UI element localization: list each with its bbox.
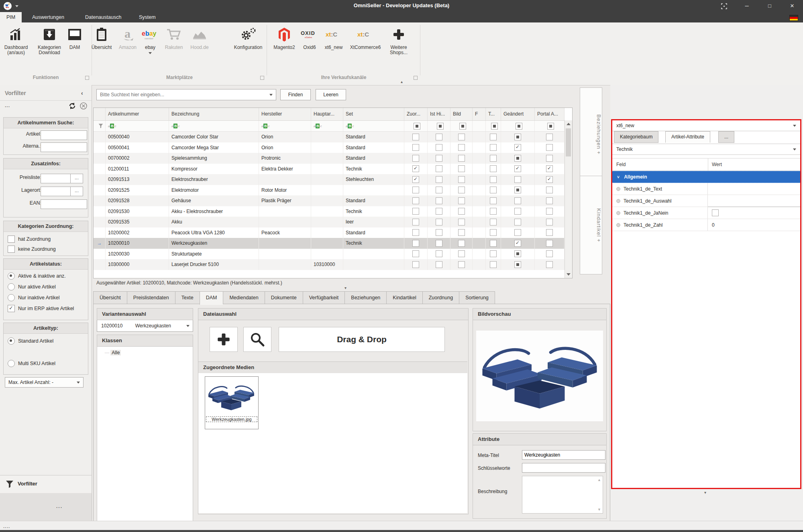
dialog-launcher-icon[interactable] [260, 76, 264, 80]
checkbox[interactable] [458, 240, 465, 247]
tab-pim[interactable]: PIM [0, 12, 22, 22]
bool-filter-checkbox[interactable] [437, 123, 444, 130]
checkbox[interactable] [458, 229, 465, 236]
col-geaendert[interactable]: Geändert [501, 108, 535, 120]
checkbox[interactable] [412, 250, 419, 257]
checkbox[interactable] [436, 208, 442, 215]
checkbox[interactable] [514, 240, 521, 247]
col-t[interactable]: T... [486, 108, 501, 120]
tab-zuordnung[interactable]: Zuordnung [422, 291, 459, 305]
refresh-icon[interactable] [68, 102, 76, 110]
maximize-button[interactable]: □ [763, 2, 777, 10]
table-scrollbar[interactable] [565, 120, 572, 278]
table-row[interactable]: 02091525ElektromotorRotor Motor [94, 185, 565, 196]
tab-verf-gbarkeit[interactable]: Verfügbarkeit [303, 291, 345, 305]
scroll-thumb[interactable] [566, 128, 571, 156]
beschreibung-textarea[interactable]: ▲ ▼ [522, 476, 603, 514]
xtcommerce6-button[interactable]: xt:C XtCommerce6 [348, 26, 383, 50]
checkbox[interactable] [436, 144, 442, 151]
checkbox[interactable] [436, 176, 442, 183]
table-row[interactable]: 10300000Laserjet Drucker 510010310000 [94, 259, 565, 270]
radio[interactable] [8, 272, 15, 280]
collapse-detail-icon[interactable]: ▾ [344, 286, 346, 290]
col-artikelnummer[interactable]: Artikelnummer [106, 108, 169, 120]
find-button[interactable]: Finden [280, 89, 311, 100]
table-row[interactable]: 00500041Camcorder Mega StarOrionStandard [94, 142, 565, 153]
tab-kindartikel[interactable]: Kindartikel [386, 291, 422, 305]
col-hauptart[interactable]: Hauptar... [311, 108, 343, 120]
checkbox[interactable] [546, 229, 553, 236]
tab--bersicht[interactable]: Übersicht [93, 291, 127, 305]
minimize-button[interactable]: ─ [740, 2, 754, 10]
oxid6-button[interactable]: OXIDeSales Oxid6 [299, 26, 320, 50]
preisliste-browse-button[interactable]: ... [70, 174, 83, 183]
checkbox[interactable] [412, 229, 419, 236]
kategorien-download-button[interactable]: Kategorien Download [35, 26, 64, 55]
checkbox[interactable] [412, 165, 419, 172]
flag-de-icon[interactable] [789, 15, 798, 21]
resize-grip-dots[interactable]: .... [3, 524, 10, 529]
search-dropdown-caret-icon[interactable] [269, 94, 273, 96]
checkbox[interactable] [412, 176, 419, 183]
radio[interactable] [8, 337, 15, 345]
checkbox[interactable] [490, 155, 497, 162]
status-option-aktive-inaktive[interactable]: Aktive & inaktive anz. [8, 272, 66, 280]
checkbox[interactable] [436, 187, 442, 193]
checkbox[interactable] [546, 165, 553, 172]
checkbox[interactable] [8, 305, 15, 312]
side-tab-beziehungen[interactable]: Beziehungen + [580, 87, 602, 181]
tab-more[interactable]: ... [718, 131, 734, 143]
attribute-value[interactable]: 0 [708, 219, 800, 231]
col-bezeichnung[interactable]: Bezeichnung [169, 108, 259, 120]
checkbox[interactable] [546, 219, 553, 225]
checkbox[interactable] [514, 134, 521, 140]
table-row[interactable]: 02091535Akkuleer [94, 217, 565, 227]
tab-auswertungen[interactable]: Auswertungen [26, 12, 71, 22]
checkbox[interactable] [514, 261, 521, 268]
checkbox[interactable] [436, 240, 442, 247]
checkbox[interactable] [458, 197, 465, 204]
tab-preislistendaten[interactable]: Preislistendaten [127, 291, 175, 305]
checkbox[interactable] [514, 250, 521, 257]
scroll-down-icon[interactable] [567, 273, 571, 276]
checkbox[interactable] [546, 240, 553, 247]
col-f[interactable]: F [473, 108, 486, 120]
table-row[interactable]: 10200030Strukturtapete [94, 249, 565, 260]
col-zuor[interactable]: Zuor... [404, 108, 428, 120]
dam-button[interactable]: DAM [65, 26, 84, 50]
tab-dokumente[interactable]: Dokumente [265, 291, 303, 305]
drag-drop-zone[interactable]: Drag & Drop [279, 327, 445, 352]
tab-sortierung[interactable]: Sortierung [459, 291, 495, 305]
media-thumbnail[interactable]: Werkzeugkasten.jpg [205, 376, 259, 429]
checkbox[interactable] [514, 197, 521, 204]
text-filter-icon[interactable]: aBc [261, 124, 269, 128]
dashboard-button[interactable]: Dashboard (an/aus) [2, 26, 30, 55]
varianten-dropdown[interactable]: 10200010 Werkzeugkasten [97, 320, 193, 332]
table-row[interactable]: 02091530Akku - ElektroschrauberTechnik [94, 206, 565, 217]
lagerort-input[interactable] [41, 187, 72, 196]
checkbox[interactable] [490, 176, 497, 183]
checkbox[interactable] [436, 219, 442, 225]
checkbox[interactable] [546, 261, 553, 268]
checkbox[interactable] [458, 261, 465, 268]
checkbox[interactable] [458, 155, 465, 162]
keine-zuordnung-option[interactable]: keine Zuordnung [8, 246, 56, 253]
bool-filter-checkbox[interactable] [547, 123, 554, 130]
scroll-up-icon[interactable]: ▲ [597, 478, 601, 482]
bool-filter-checkbox[interactable] [459, 123, 466, 130]
radio[interactable] [8, 294, 15, 301]
meta-titel-input[interactable] [522, 450, 605, 460]
checkbox[interactable] [8, 246, 15, 253]
checkbox[interactable] [490, 240, 497, 247]
checkbox[interactable] [514, 165, 521, 172]
tab-datenaustausch[interactable]: Datenaustausch [79, 12, 128, 22]
schluesselworte-input[interactable] [522, 463, 605, 473]
search-input[interactable] [99, 90, 265, 99]
checkbox[interactable] [458, 165, 465, 172]
checkbox[interactable] [8, 236, 15, 243]
checkbox[interactable] [514, 155, 521, 162]
side-tab-kindartikel[interactable]: Kindartikel + [580, 176, 602, 274]
checkbox[interactable] [458, 219, 465, 225]
tab-kategoriebaum[interactable]: Kategoriebaum [614, 131, 658, 143]
ribbon-collapse-icon[interactable]: ▴ [401, 79, 403, 84]
